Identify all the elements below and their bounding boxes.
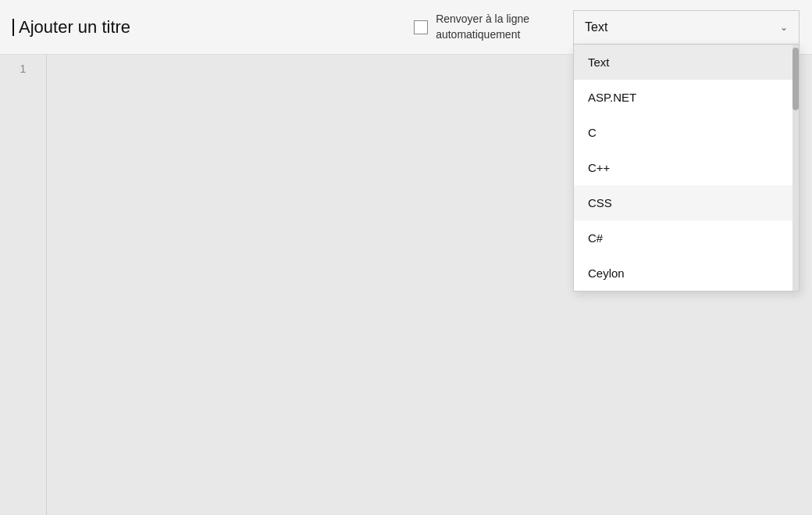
wrap-text: Renvoyer à la ligne automatiquement — [436, 12, 529, 42]
wrap-line2: automatiquement — [436, 27, 529, 43]
header: Ajouter un titre Renvoyer à la ligne aut… — [0, 0, 812, 55]
chevron-down-icon: ⌄ — [780, 22, 788, 33]
title-input[interactable]: Ajouter un titre — [12, 17, 130, 38]
scrollbar-track[interactable] — [792, 45, 799, 291]
language-dropdown-wrapper: Text ⌄ Text ASP.NET C C++ CSS — [573, 10, 800, 45]
wrap-checkbox[interactable] — [414, 20, 428, 34]
wrap-label[interactable]: Renvoyer à la ligne automatiquement — [414, 12, 529, 42]
dropdown-item-csharp[interactable]: C# — [574, 220, 799, 256]
line-numbers: 1 — [0, 55, 47, 515]
dropdown-item-ceylon[interactable]: Ceylon — [574, 256, 799, 291]
language-dropdown-button[interactable]: Text ⌄ — [573, 10, 800, 45]
dropdown-menu: Text ASP.NET C C++ CSS C# Ceylon — [573, 45, 800, 291]
dropdown-item-aspnet[interactable]: ASP.NET — [574, 80, 799, 115]
scrollbar-thumb[interactable] — [792, 48, 799, 110]
dropdown-item-cpp[interactable]: C++ — [574, 150, 799, 185]
title-placeholder[interactable]: Ajouter un titre — [19, 17, 130, 38]
line-number-1: 1 — [20, 63, 27, 75]
cursor-icon — [12, 19, 14, 36]
dropdown-item-c[interactable]: C — [574, 115, 799, 150]
dropdown-selected-label: Text — [585, 20, 607, 34]
dropdown-item-text[interactable]: Text — [574, 45, 799, 80]
wrap-line1: Renvoyer à la ligne — [436, 12, 529, 27]
dropdown-item-css[interactable]: CSS — [574, 185, 799, 220]
